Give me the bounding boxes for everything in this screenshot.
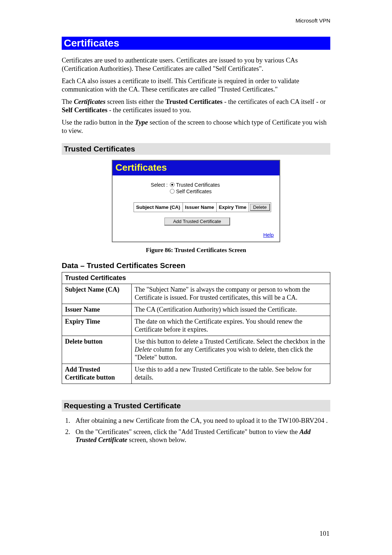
- row-label: Issuer Name: [62, 304, 132, 316]
- radio-hint-para: Use the radio button in the Type section…: [62, 118, 330, 135]
- certificates-screenshot: Certificates Select : Trusted Certificat…: [112, 160, 280, 242]
- data-table-header: Trusted Certificates: [62, 272, 330, 284]
- radio-trusted-icon[interactable]: [170, 182, 175, 187]
- row-desc: The CA (Certification Authority) which i…: [132, 304, 330, 316]
- row-label: Subject Name (CA): [62, 284, 132, 304]
- table-row: Expiry Time The date on which the Certif…: [62, 316, 330, 336]
- radio-trusted-label: Trusted Certificates: [176, 182, 220, 188]
- figure-caption: Figure 86: Trusted Certificates Screen: [62, 247, 330, 254]
- page: Microsoft VPN Certificates Certificates …: [0, 0, 392, 555]
- intro-para-1: Certificates are used to authenticate us…: [62, 56, 330, 73]
- list-item: On the "Certificates" screen, click the …: [72, 428, 330, 444]
- help-link[interactable]: Help: [263, 232, 274, 238]
- table-row: Issuer Name The CA (Certification Author…: [62, 304, 330, 316]
- data-table: Trusted Certificates Subject Name (CA) T…: [62, 272, 330, 384]
- add-trusted-certificate-button[interactable]: Add Trusted Certificate: [164, 217, 230, 226]
- section-data-trusted: Data – Trusted Certificates Screen: [62, 261, 330, 270]
- delete-button[interactable]: Delete: [250, 203, 270, 211]
- page-number: 101: [319, 530, 330, 538]
- radio-self-label: Self Certificates: [176, 189, 212, 194]
- certificates-screen-para: The Certificates screen lists either the…: [62, 98, 330, 114]
- table-row: Delete button Use this button to delete …: [62, 336, 330, 364]
- row-desc: The date on which the Certificate expire…: [132, 316, 330, 336]
- radio-self-icon[interactable]: [170, 189, 175, 194]
- doc-header-right: Microsoft VPN: [62, 17, 330, 24]
- row-desc: Use this to add a new Trusted Certificat…: [132, 364, 330, 384]
- row-label: Expiry Time: [62, 316, 132, 336]
- row-desc: The "Subject Name" is always the company…: [132, 284, 330, 304]
- section-requesting-trusted: Requesting a Trusted Certificate: [62, 400, 330, 412]
- col-issuer-name: Issuer Name: [183, 202, 216, 212]
- screenshot-title: Certificates: [113, 161, 279, 175]
- list-item: After obtaining a new Certificate from t…: [72, 417, 330, 425]
- row-label: Delete button: [62, 336, 132, 364]
- col-subject-name: Subject Name (CA): [134, 202, 183, 212]
- steps-list: After obtaining a new Certificate from t…: [62, 417, 330, 444]
- table-row: Subject Name (CA) The "Subject Name" is …: [62, 284, 330, 304]
- row-desc: Use this button to delete a Trusted Cert…: [132, 336, 330, 364]
- table-row: Add Trusted Certificate button Use this …: [62, 364, 330, 384]
- col-expiry-time: Expiry Time: [216, 202, 249, 212]
- trusted-cert-table: Subject Name (CA) Issuer Name Expiry Tim…: [134, 202, 271, 212]
- select-label: Select :: [118, 182, 170, 188]
- row-label: Add Trusted Certificate button: [62, 364, 132, 384]
- page-title: Certificates: [62, 37, 330, 50]
- section-trusted-certificates: Trusted Certificates: [62, 143, 330, 155]
- intro-para-2: Each CA also issues a certificate to its…: [62, 77, 330, 93]
